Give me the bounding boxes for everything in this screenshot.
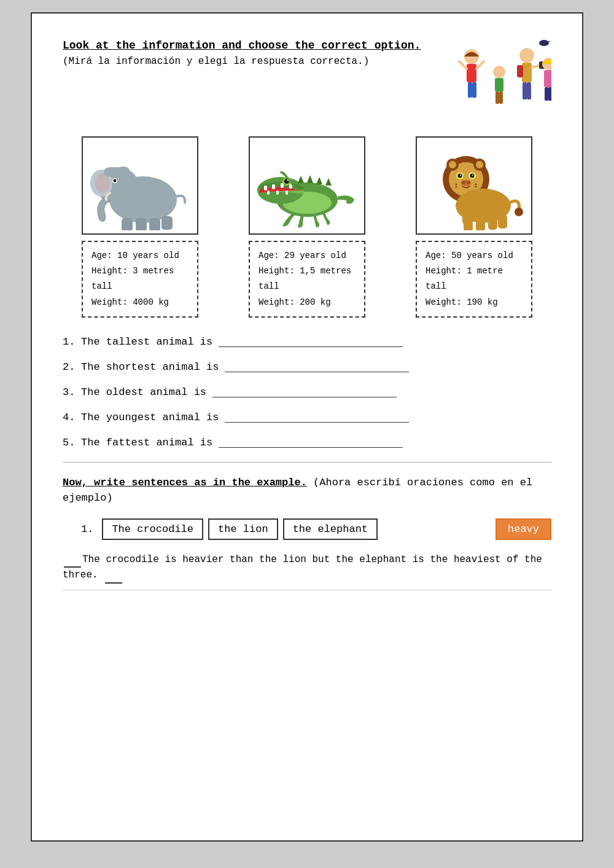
svg-marker-49 <box>307 175 313 183</box>
svg-rect-8 <box>495 78 503 92</box>
svg-point-62 <box>460 174 461 176</box>
svg-point-66 <box>467 181 470 184</box>
elephant-weight: Weight: 4000 kg <box>91 295 188 310</box>
elephant-info: Age: 10 years old Height: 3 metres tall … <box>82 241 198 318</box>
svg-point-59 <box>458 173 462 178</box>
svg-rect-30 <box>136 218 147 230</box>
svg-rect-39 <box>272 184 275 189</box>
people-illustration-container <box>453 38 551 118</box>
svg-point-11 <box>519 48 534 63</box>
svg-line-4 <box>476 61 484 69</box>
blank-end <box>105 575 122 584</box>
questions-section: 1. The tallest animal is 2. The shortest… <box>63 336 551 448</box>
question-5: 5. The fattest animal is <box>63 437 551 448</box>
svg-line-15 <box>532 65 540 68</box>
svg-point-70 <box>475 186 477 187</box>
svg-point-28 <box>114 179 117 182</box>
question-1: 1. The tallest animal is <box>63 336 551 348</box>
svg-rect-22 <box>548 87 551 101</box>
lion-card: Age: 50 years old Height: 1 metre tall W… <box>397 136 551 318</box>
svg-rect-12 <box>522 63 532 82</box>
question-3-text: The oldest animal is <box>81 386 206 398</box>
svg-rect-18 <box>517 65 523 77</box>
svg-rect-74 <box>488 216 497 230</box>
svg-rect-13 <box>523 82 527 100</box>
svg-point-55 <box>449 161 456 168</box>
lion-info: Age: 50 years old Height: 1 metre tall W… <box>416 241 532 318</box>
elephant-icon <box>88 141 192 230</box>
question-2-answer-line[interactable] <box>225 361 409 372</box>
crocodile-icon <box>255 141 359 230</box>
svg-rect-38 <box>264 186 267 190</box>
svg-line-3 <box>459 61 467 69</box>
svg-point-63 <box>472 174 473 176</box>
svg-point-7 <box>493 66 505 78</box>
section2-title-bold: Now, write sentences as in the example. <box>63 477 307 488</box>
question-4-text: The youngest animal is <box>81 412 219 423</box>
svg-rect-73 <box>476 218 485 230</box>
word-row-1: 1. The crocodile the lion the elephant h… <box>81 518 551 540</box>
question-3-number: 3. <box>63 386 77 398</box>
svg-point-34 <box>117 166 130 175</box>
header-subtitle: (Mirá la información y elegí la respuest… <box>63 56 453 67</box>
lion-image-box <box>416 136 532 235</box>
svg-rect-75 <box>498 215 507 229</box>
crocodile-height: Height: 1,5 metres tall <box>258 264 356 294</box>
question-5-answer-line[interactable] <box>219 437 403 448</box>
question-4-number: 4. <box>63 412 77 423</box>
chip-lion[interactable]: the lion <box>208 518 278 540</box>
question-5-text: The fattest animal is <box>81 437 212 448</box>
lion-weight: Weight: 190 kg <box>426 295 523 310</box>
svg-point-61 <box>470 173 475 178</box>
crocodile-image-box <box>249 136 365 235</box>
crocodile-weight: Weight: 200 kg <box>258 295 356 310</box>
blank-start <box>64 559 81 568</box>
example-sentence: The crocodile is heavier than the lion b… <box>63 552 551 590</box>
lion-age: Age: 50 years old <box>426 248 523 264</box>
svg-marker-48 <box>298 176 304 183</box>
svg-rect-2 <box>467 64 476 82</box>
svg-rect-14 <box>527 82 531 100</box>
people-icon <box>453 38 551 118</box>
svg-rect-42 <box>267 190 270 195</box>
question-1-answer-line[interactable] <box>219 336 403 347</box>
svg-rect-31 <box>149 218 160 230</box>
crocodile-card: Age: 29 years old Height: 1,5 metres tal… <box>230 136 384 318</box>
question-1-number: 1. <box>63 336 77 348</box>
svg-rect-6 <box>472 82 476 98</box>
question-5-number: 5. <box>63 437 77 448</box>
question-4-answer-line[interactable] <box>225 412 409 423</box>
elephant-image-box <box>82 136 198 235</box>
chip-elephant[interactable]: the elephant <box>283 518 378 540</box>
chip-heavy[interactable]: heavy <box>495 518 551 540</box>
svg-point-68 <box>456 186 457 187</box>
svg-rect-29 <box>122 218 133 230</box>
question-1-text: The tallest animal is <box>81 336 212 348</box>
svg-rect-21 <box>545 87 548 101</box>
question-4: 4. The youngest animal is <box>63 412 551 423</box>
question-3-answer-line[interactable] <box>212 386 397 397</box>
elephant-height: Height: 3 metres tall <box>91 264 188 294</box>
question-2-text: The shortest animal is <box>81 361 219 373</box>
elephant-age: Age: 10 years old <box>91 248 188 264</box>
svg-marker-50 <box>316 177 322 184</box>
animals-section: Age: 10 years old Height: 3 metres tall … <box>63 136 551 318</box>
svg-rect-10 <box>499 92 503 104</box>
example-sentence-text: The crocodile is heavier than the lion b… <box>63 554 542 581</box>
svg-point-33 <box>104 167 119 177</box>
crocodile-info: Age: 29 years old Height: 1,5 metres tal… <box>249 241 365 318</box>
page: Look at the information and choose the c… <box>31 12 583 842</box>
svg-point-57 <box>476 161 483 168</box>
header-text: Look at the information and choose the c… <box>63 38 453 67</box>
svg-rect-20 <box>544 70 551 87</box>
svg-rect-32 <box>161 216 173 230</box>
question-2: 2. The shortest animal is <box>63 361 551 373</box>
section-divider <box>63 462 551 463</box>
svg-rect-44 <box>286 190 288 195</box>
question-3: 3. The oldest animal is <box>63 386 551 398</box>
svg-rect-43 <box>276 190 279 195</box>
svg-point-69 <box>475 183 477 185</box>
svg-point-76 <box>515 208 523 216</box>
chip-crocodile[interactable]: The crocodile <box>102 518 203 540</box>
svg-marker-51 <box>325 178 332 186</box>
